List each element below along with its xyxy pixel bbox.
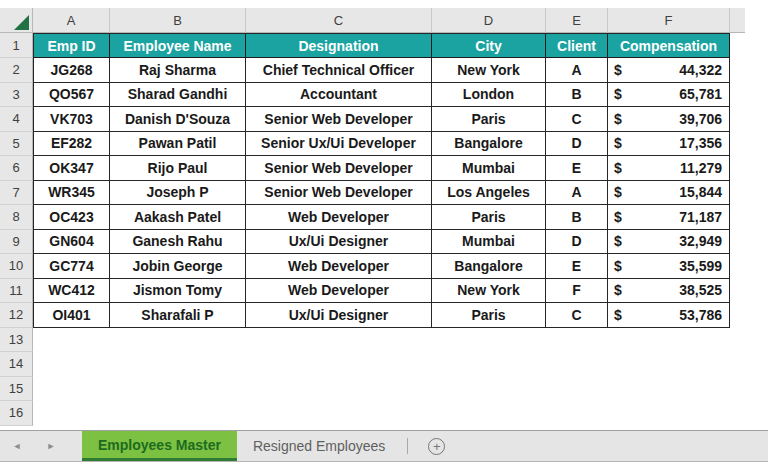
cell-d8[interactable]: Paris — [432, 205, 546, 230]
cell-c4[interactable]: Senior Web Developer — [246, 107, 432, 132]
cell-d6[interactable]: Mumbai — [432, 156, 546, 181]
cell-c9[interactable]: Ux/Ui Designer — [246, 230, 432, 255]
row-header-1[interactable]: 1 — [0, 33, 33, 58]
cell-a12[interactable]: OI401 — [33, 303, 110, 328]
column-header-e[interactable]: E — [546, 8, 608, 33]
cell-f4[interactable]: $39,706 — [608, 107, 730, 132]
column-header-b[interactable]: B — [110, 8, 246, 33]
add-sheet-button[interactable]: + — [414, 431, 459, 461]
cell-a4[interactable]: VK703 — [33, 107, 110, 132]
cell-c6[interactable]: Senior Web Developer — [246, 156, 432, 181]
cell-b1[interactable]: Employee Name — [110, 33, 246, 58]
row-header-10[interactable]: 10 — [0, 254, 33, 279]
cell-d7[interactable]: Los Angeles — [432, 181, 546, 206]
cell-e4[interactable]: C — [546, 107, 608, 132]
cell-c10[interactable]: Web Developer — [246, 254, 432, 279]
cell-e12[interactable]: C — [546, 303, 608, 328]
cell-a2[interactable]: JG268 — [33, 58, 110, 83]
cell-b8[interactable]: Aakash Patel — [110, 205, 246, 230]
cell-d5[interactable]: Bangalore — [432, 132, 546, 157]
cell-f5[interactable]: $17,356 — [608, 132, 730, 157]
cell-e1[interactable]: Client — [546, 33, 608, 58]
cell-e11[interactable]: F — [546, 279, 608, 304]
cell-e8[interactable]: B — [546, 205, 608, 230]
cell-f2[interactable]: $44,322 — [608, 58, 730, 83]
cell-b9[interactable]: Ganesh Rahu — [110, 230, 246, 255]
cell-b7[interactable]: Joseph P — [110, 181, 246, 206]
cell-e9[interactable]: D — [546, 230, 608, 255]
cell-c2[interactable]: Chief Technical Officer — [246, 58, 432, 83]
cell-f10[interactable]: $35,599 — [608, 254, 730, 279]
cell-d3[interactable]: London — [432, 83, 546, 108]
cell-b6[interactable]: Rijo Paul — [110, 156, 246, 181]
row-header-7[interactable]: 7 — [0, 181, 33, 206]
row-header-5[interactable]: 5 — [0, 132, 33, 157]
cell-d1[interactable]: City — [432, 33, 546, 58]
cell-e2[interactable]: A — [546, 58, 608, 83]
cell-a5[interactable]: EF282 — [33, 132, 110, 157]
row-header-2[interactable]: 2 — [0, 58, 33, 83]
column-header-a[interactable]: A — [33, 8, 110, 33]
cell-f8[interactable]: $71,187 — [608, 205, 730, 230]
sheet-tab-employees-master[interactable]: Employees Master — [82, 431, 237, 461]
row-header-13[interactable]: 13 — [0, 328, 33, 353]
column-header-f[interactable]: F — [608, 8, 730, 33]
cell-a8[interactable]: OC423 — [33, 205, 110, 230]
cell-c11[interactable]: Web Developer — [246, 279, 432, 304]
row-header-15[interactable]: 15 — [0, 377, 33, 402]
cell-d12[interactable]: Paris — [432, 303, 546, 328]
cell-d4[interactable]: Paris — [432, 107, 546, 132]
sheet-nav-right-icon[interactable]: ► — [34, 431, 68, 461]
row-header-6[interactable]: 6 — [0, 156, 33, 181]
cell-c1[interactable]: Designation — [246, 33, 432, 58]
cell-b3[interactable]: Sharad Gandhi — [110, 83, 246, 108]
cell-b10[interactable]: Jobin George — [110, 254, 246, 279]
cell-f6[interactable]: $11,279 — [608, 156, 730, 181]
cell-c7[interactable]: Senior Web Developer — [246, 181, 432, 206]
cell-b11[interactable]: Jismon Tomy — [110, 279, 246, 304]
select-all-corner[interactable] — [0, 8, 33, 33]
cell-b12[interactable]: Sharafali P — [110, 303, 246, 328]
cell-f11[interactable]: $38,525 — [608, 279, 730, 304]
cell-f3[interactable]: $65,781 — [608, 83, 730, 108]
cell-a1[interactable]: Emp ID — [33, 33, 110, 58]
cell-c5[interactable]: Senior Ux/Ui Developer — [246, 132, 432, 157]
cell-f7[interactable]: $15,844 — [608, 181, 730, 206]
cell-a7[interactable]: WR345 — [33, 181, 110, 206]
sheet-tab-resigned-employees[interactable]: Resigned Employees — [237, 431, 401, 461]
cell-c12[interactable]: Ux/Ui Designer — [246, 303, 432, 328]
cell-a3[interactable]: QO567 — [33, 83, 110, 108]
row-header-3[interactable]: 3 — [0, 83, 33, 108]
cell-a6[interactable]: OK347 — [33, 156, 110, 181]
cell-d10[interactable]: Bangalore — [432, 254, 546, 279]
column-header-c[interactable]: C — [246, 8, 432, 33]
column-header-d[interactable]: D — [432, 8, 546, 33]
cell-b2[interactable]: Raj Sharma — [110, 58, 246, 83]
row-header-11[interactable]: 11 — [0, 279, 33, 304]
cell-b5[interactable]: Pawan Patil — [110, 132, 246, 157]
row-header-8[interactable]: 8 — [0, 205, 33, 230]
cell-f12[interactable]: $53,786 — [608, 303, 730, 328]
cell-e3[interactable]: B — [546, 83, 608, 108]
cell-d9[interactable]: Mumbai — [432, 230, 546, 255]
cell-d2[interactable]: New York — [432, 58, 546, 83]
cell-e6[interactable]: E — [546, 156, 608, 181]
sheet-nav-left-icon[interactable]: ◄ — [0, 431, 34, 461]
row-header-16[interactable]: 16 — [0, 401, 33, 426]
row-header-14[interactable]: 14 — [0, 352, 33, 377]
cell-a9[interactable]: GN604 — [33, 230, 110, 255]
cell-f1[interactable]: Compensation — [608, 33, 730, 58]
cell-c8[interactable]: Web Developer — [246, 205, 432, 230]
row-header-4[interactable]: 4 — [0, 107, 33, 132]
cell-e7[interactable]: A — [546, 181, 608, 206]
cell-c3[interactable]: Accountant — [246, 83, 432, 108]
cell-e10[interactable]: E — [546, 254, 608, 279]
row-header-12[interactable]: 12 — [0, 303, 33, 328]
cell-d11[interactable]: New York — [432, 279, 546, 304]
cell-b4[interactable]: Danish D'Souza — [110, 107, 246, 132]
cell-a10[interactable]: GC774 — [33, 254, 110, 279]
row-header-9[interactable]: 9 — [0, 230, 33, 255]
cell-f9[interactable]: $32,949 — [608, 230, 730, 255]
cell-a11[interactable]: WC412 — [33, 279, 110, 304]
cell-e5[interactable]: D — [546, 132, 608, 157]
